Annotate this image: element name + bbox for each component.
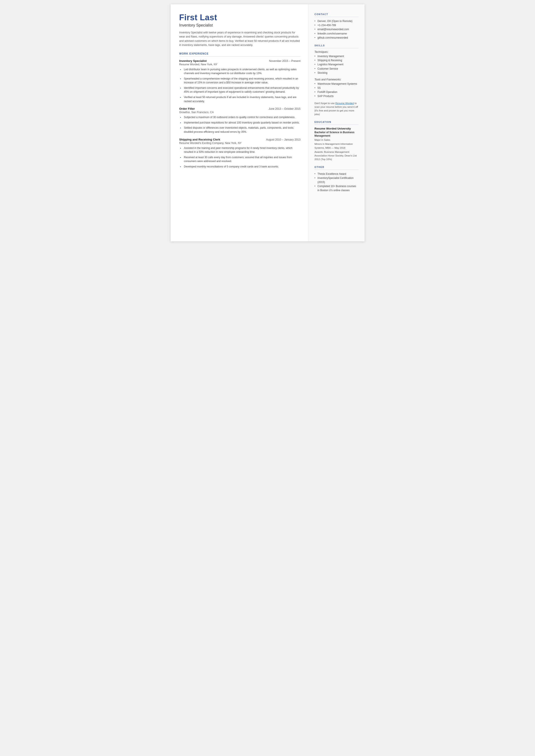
job-title: Inventory Specialist [179, 23, 300, 28]
techniques-label: Techniques: [315, 50, 358, 53]
skill-logistics-management: Logistics Management [315, 63, 358, 67]
sidebar-column: CONTACT Denver, OH (Open to Remote) +1-2… [309, 4, 365, 241]
education-block: EDUCATION Resume Worded University Bache… [315, 121, 358, 161]
bullet-3-2: Received at least 30 calls every day fro… [180, 155, 300, 163]
skill-customer-service: Customer Service [315, 67, 358, 71]
tool-sap: SAP Products [315, 94, 358, 98]
education-divider [315, 125, 358, 125]
job-block-3: Shipping and Receiving Clerk August 2010… [179, 138, 300, 169]
job-dates-3: August 2010 – January 2013 [266, 138, 300, 141]
edu-school: Resume Worded University [315, 127, 358, 130]
edu-degree: Bachelor of Science in Business Manageme… [315, 130, 358, 138]
resume-page: First Last Inventory Specialist Inventor… [171, 4, 365, 241]
bullet-1-4: Verified at least 50 returned products i… [180, 95, 300, 103]
edu-major: Major in Sales [315, 138, 358, 142]
edu-awards: Awards: Business Management Association … [315, 150, 358, 161]
contact-divider [315, 17, 358, 17]
job-bullets-1: Led distributor team in pursuing sales p… [179, 68, 300, 103]
main-column: First Last Inventory Specialist Inventor… [171, 4, 309, 241]
skills-note-prefix: Don't forget to use [315, 102, 335, 104]
job-dates-2: June 2013 – October 2015 [268, 107, 300, 110]
job-title-2: Order Filler [179, 107, 195, 110]
contact-location: Denver, OH (Open to Remote) [315, 19, 358, 23]
contact-title: CONTACT [315, 13, 358, 15]
skill-stocking: Stocking [315, 71, 358, 75]
bullet-2-2: Implemented purchase requisitions for al… [180, 121, 300, 125]
skills-divider [315, 48, 358, 48]
job-title-3: Shipping and Receiving Clerk [179, 138, 220, 141]
job-header-2: Order Filler June 2013 – October 2015 [179, 107, 300, 110]
job-block-2: Order Filler June 2013 – October 2015 Gr… [179, 107, 300, 134]
tools-label: Tools and Frameworks: [315, 78, 358, 81]
skills-note: Don't forget to use Resume Worded to sca… [315, 101, 358, 116]
bullet-2-1: Subjected a maximum of 30 outbound order… [180, 115, 300, 119]
other-block: OTHER Thesis Excellence Award InventoryS… [315, 166, 358, 193]
job-title-1: Inventory Specialist [179, 59, 207, 63]
contact-block: CONTACT Denver, OH (Open to Remote) +1-2… [315, 13, 358, 40]
edu-minors: Minors in Management Information Systems… [315, 142, 358, 150]
work-experience-title: WORK EXPERIENCE [179, 52, 300, 55]
job-dates-1: November 2015 – Present [269, 60, 300, 63]
job-bullets-2: Subjected a maximum of 30 outbound order… [179, 115, 300, 134]
tool-forklift: Forklift Operation [315, 90, 358, 94]
job-header-3: Shipping and Receiving Clerk August 2010… [179, 138, 300, 141]
other-divider [315, 170, 358, 170]
bullet-2-3: Settled disputes or differences over inv… [180, 126, 300, 134]
skills-title: SKILLS [315, 44, 358, 47]
resume-worded-link[interactable]: Resume Worded [335, 102, 354, 104]
skill-inventory-management: Inventory Management [315, 54, 358, 58]
bullet-1-2: Spearheaded a comprehensive redesign of … [180, 77, 300, 85]
contact-phone: +1-234-456-789 [315, 23, 358, 27]
bullet-1-1: Led distributor team in pursuing sales p… [180, 68, 300, 75]
contact-linkedin: linkedin.com/in/username [315, 32, 358, 36]
job-company-1: Resume Worded, New York, NY [179, 63, 300, 66]
other-thesis: Thesis Excellence Award [315, 172, 358, 176]
summary-text: Inventory Specialist with twelve years o… [179, 31, 300, 47]
other-certification: InventorySpecialist Certification (2015) [315, 176, 358, 184]
job-bullets-3: Assisted in the training and peer mentor… [179, 146, 300, 169]
job-header-1: Inventory Specialist November 2015 – Pre… [179, 59, 300, 63]
tool-5s: 5S [315, 86, 358, 90]
name-title-block: First Last Inventory Specialist [179, 13, 300, 28]
skills-block: SKILLS Techniques: Inventory Management … [315, 44, 358, 116]
bullet-3-3: Developed monthly reconciliations of 5 c… [180, 165, 300, 169]
contact-list: Denver, OH (Open to Remote) +1-234-456-7… [315, 19, 358, 40]
job-company-3: Resume Worded's Exciting Company, New Yo… [179, 142, 300, 145]
job-company-2: Growthsi, San Francisco, CA [179, 111, 300, 114]
bullet-3-1: Assisted in the training and peer mentor… [180, 146, 300, 154]
other-courses: Completed 10+ Business courses in Boston… [315, 184, 358, 192]
job-block-1: Inventory Specialist November 2015 – Pre… [179, 59, 300, 103]
skill-shipping-receiving: Shipping & Receiving [315, 58, 358, 63]
full-name: First Last [179, 13, 300, 22]
other-title: OTHER [315, 166, 358, 168]
techniques-list: Inventory Management Shipping & Receivin… [315, 54, 358, 75]
other-list: Thesis Excellence Award InventorySpecial… [315, 172, 358, 193]
education-title: EDUCATION [315, 121, 358, 123]
work-experience-divider [179, 56, 300, 57]
tools-list: Warehouse Management Systems 5S Forklift… [315, 82, 358, 98]
contact-email: email@resumeworded.com [315, 27, 358, 32]
contact-github: github.com/resumeworded [315, 36, 358, 40]
bullet-1-3: Identified important concerns and execut… [180, 86, 300, 94]
tool-wms: Warehouse Management Systems [315, 82, 358, 86]
